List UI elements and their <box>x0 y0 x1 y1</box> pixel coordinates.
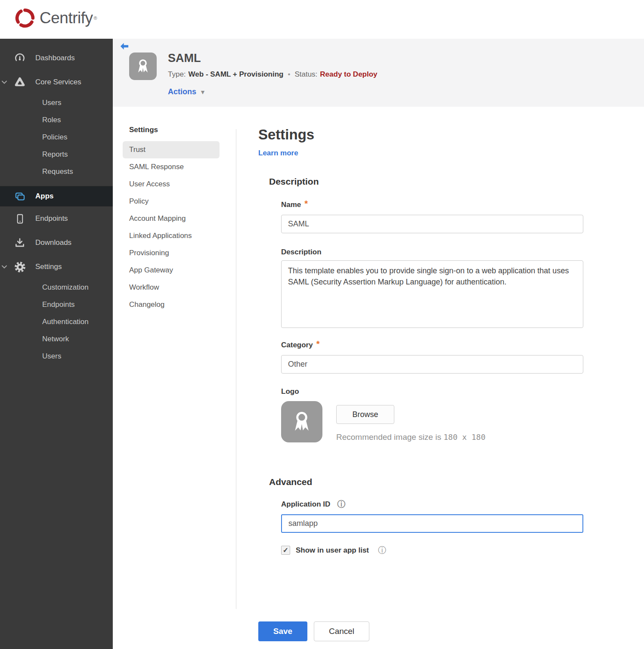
sidebar-item-label: Authentication <box>42 318 89 326</box>
logo-label: Logo <box>281 387 299 396</box>
logo-hint-size: 180 x 180 <box>443 433 486 442</box>
chevron-down-icon <box>2 263 9 270</box>
save-button[interactable]: Save <box>258 621 307 641</box>
back-arrow-icon[interactable] <box>120 42 129 51</box>
sidebar-item-settings-users[interactable]: Users <box>0 348 113 365</box>
sidebar-item-label: Roles <box>42 116 61 124</box>
sidebar-item-label: Settings <box>0 263 62 271</box>
sidebar-item-settings[interactable]: Settings <box>0 255 113 279</box>
application-id-label-row: Application ID ⓘ <box>281 500 585 509</box>
logo-size-hint: Recommended image size is 180 x 180 <box>336 433 486 442</box>
apps-icon <box>14 190 26 202</box>
gear-icon <box>14 261 26 273</box>
sidebar-item-reports[interactable]: Reports <box>0 146 113 163</box>
learn-more-link[interactable]: Learn more <box>258 149 298 158</box>
top-bar: Centrify ® <box>0 0 644 39</box>
show-in-app-list-label: Show in user app list <box>296 546 369 555</box>
sidebar-item-downloads[interactable]: Downloads <box>0 231 113 255</box>
category-label: Category <box>281 341 313 349</box>
description-field[interactable]: This template enables you to provide sin… <box>281 260 583 328</box>
browse-button[interactable]: Browse <box>336 405 394 424</box>
status-badge: Ready to Deploy <box>320 70 377 79</box>
sidebar-item-label: Users <box>42 99 61 107</box>
actions-label: Actions <box>168 87 196 96</box>
ribbon-icon <box>288 408 316 436</box>
subnav-title: Settings <box>123 126 220 134</box>
type-label: Type: <box>168 70 186 79</box>
page-title: Settings <box>258 127 585 143</box>
info-icon[interactable]: ⓘ <box>337 501 345 508</box>
sidebar-item-label: Dashboards <box>0 54 75 62</box>
sidebar-item-core-services[interactable]: Core Services <box>0 70 113 94</box>
sidebar-item-network[interactable]: Network <box>0 331 113 348</box>
subnav-item-account-mapping[interactable]: Account Mapping <box>123 210 220 227</box>
sidebar-item-roles[interactable]: Roles <box>0 111 113 129</box>
sidebar-item-label: Endpoints <box>0 214 68 223</box>
application-id-field[interactable] <box>281 514 583 533</box>
category-field[interactable] <box>281 355 583 374</box>
subnav-item-policy[interactable]: Policy <box>123 193 220 210</box>
name-label: Name <box>281 201 301 209</box>
subnav-item-changelog[interactable]: Changelog <box>123 296 220 313</box>
logo-hint-text: Recommended image size is <box>336 433 443 442</box>
subnav-item-trust[interactable]: Trust <box>123 141 220 158</box>
gauge-icon <box>14 52 26 64</box>
sidebar-item-requests[interactable]: Requests <box>0 163 113 180</box>
subnav-item-user-access[interactable]: User Access <box>123 176 220 193</box>
download-icon <box>14 237 26 249</box>
show-in-app-list-row: ✓ Show in user app list ⓘ <box>281 546 585 555</box>
sidebar-item-apps[interactable]: Apps <box>0 186 113 207</box>
info-icon[interactable]: ⓘ <box>378 547 386 554</box>
category-label-row: Category * <box>281 341 585 349</box>
subnav-item-linked-applications[interactable]: Linked Applications <box>123 227 220 244</box>
subnav-item-workflow[interactable]: Workflow <box>123 279 220 296</box>
actions-dropdown[interactable]: Actions ▼ <box>168 87 206 96</box>
subnav-item-provisioning[interactable]: Provisioning <box>123 244 220 262</box>
ribbon-icon <box>133 56 153 76</box>
show-in-app-list-checkbox[interactable]: ✓ <box>281 546 290 555</box>
sidebar-item-dashboards[interactable]: Dashboards <box>0 46 113 70</box>
settings-form: Settings Learn more Description Name * D… <box>258 107 585 641</box>
core-services-icon <box>14 76 26 88</box>
sidebar-item-label: Core Services <box>0 78 81 87</box>
status-label: Status: <box>294 70 317 79</box>
logo-row: Browse Recommended image size is 180 x 1… <box>281 401 585 442</box>
sidebar-item-label: Reports <box>42 150 68 159</box>
application-id-label: Application ID <box>281 500 330 509</box>
sidebar-item-label: Network <box>42 335 69 343</box>
subnav-item-saml-response[interactable]: SAML Response <box>123 158 220 176</box>
app-title: SAML <box>168 52 201 65</box>
cancel-button[interactable]: Cancel <box>314 621 369 641</box>
sidebar-item-policies[interactable]: Policies <box>0 129 113 146</box>
sidebar-item-authentication[interactable]: Authentication <box>0 313 113 331</box>
form-actions: Save Cancel <box>258 621 585 641</box>
sidebar-item-customization[interactable]: Customization <box>0 279 113 296</box>
caret-down-icon: ▼ <box>200 89 206 96</box>
sidebar-item-label: Apps <box>0 192 54 201</box>
mobile-device-icon <box>14 213 26 225</box>
sidebar-item-endpoints[interactable]: Endpoints <box>0 207 113 231</box>
brand-name: Centrify <box>40 9 93 27</box>
sidebar-item-label: Policies <box>42 133 68 142</box>
sidebar-gap <box>0 180 113 186</box>
required-asterisk: * <box>316 341 320 347</box>
sidebar: Dashboards Core Services Users Roles Pol… <box>0 39 113 649</box>
sidebar-item-label: Downloads <box>0 238 71 247</box>
brand-trademark: ® <box>93 15 97 21</box>
description-label: Description <box>281 248 322 257</box>
subnav-item-app-gateway[interactable]: App Gateway <box>123 262 220 279</box>
description-section-heading: Description <box>269 176 585 187</box>
logo-label-row: Logo <box>281 387 585 396</box>
vertical-divider <box>236 129 236 609</box>
name-field[interactable] <box>281 215 583 233</box>
logo-preview <box>281 401 322 442</box>
sidebar-item-users[interactable]: Users <box>0 94 113 111</box>
settings-subnav: Settings Trust SAML Response User Access… <box>123 126 220 313</box>
sidebar-item-label: Customization <box>42 283 89 292</box>
name-label-row: Name * <box>281 201 585 209</box>
content-area: Settings Trust SAML Response User Access… <box>113 107 644 649</box>
type-value: Web - SAML + Provisioning <box>189 70 284 79</box>
app-logo <box>129 53 157 80</box>
chevron-down-icon <box>2 79 9 86</box>
sidebar-item-settings-endpoints[interactable]: Endpoints <box>0 296 113 313</box>
